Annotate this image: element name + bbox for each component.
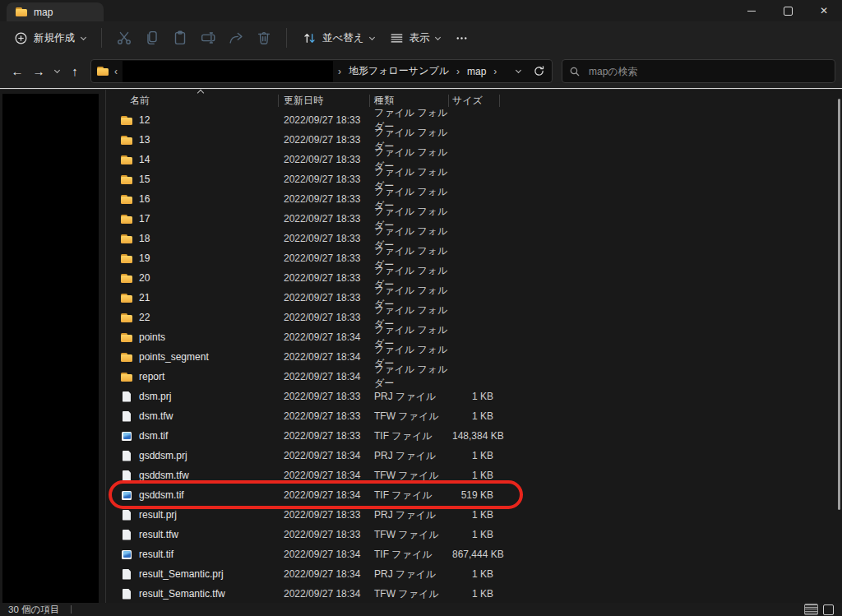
minimize-button[interactable] — [733, 0, 770, 21]
search-box[interactable] — [562, 59, 835, 83]
file-row[interactable]: 19 2022/09/27 18:33 ファイル フォルダー — [107, 248, 830, 268]
file-list: 名前 更新日時 種類 サイズ 12 2022/09/27 18:33 ファイル … — [107, 90, 830, 603]
column-header-date[interactable]: 更新日時 — [284, 94, 374, 108]
details-view-button[interactable] — [804, 604, 818, 615]
maximize-button[interactable] — [770, 0, 806, 21]
file-name: gsddsm.tif — [139, 489, 184, 501]
file-size: 1 KB — [452, 509, 493, 521]
file-type: TFW ファイル — [374, 410, 452, 424]
file-row[interactable]: gsddsm.prj 2022/09/27 18:34 PRJ ファイル 1 K… — [107, 446, 830, 465]
items-count: 30 個の項目 — [8, 604, 59, 616]
recent-locations-button[interactable] — [49, 60, 64, 83]
status-divider — [71, 605, 72, 614]
file-type-icon — [120, 449, 133, 462]
large-icons-view-button[interactable] — [823, 604, 834, 615]
close-button[interactable]: ✕ — [806, 0, 842, 21]
file-type-icon — [120, 370, 133, 383]
back-button[interactable]: ← — [7, 60, 28, 83]
file-row[interactable]: points 2022/09/27 18:34 ファイル フォルダー — [107, 327, 830, 347]
column-header-size[interactable]: サイズ — [452, 94, 493, 108]
search-input[interactable] — [587, 65, 828, 78]
column-header-row: 名前 更新日時 種類 サイズ — [107, 92, 830, 109]
folder-icon — [15, 6, 28, 19]
file-size: 1 KB — [452, 588, 493, 600]
file-date: 2022/09/27 18:33 — [284, 509, 374, 521]
file-row[interactable]: 13 2022/09/27 18:33 ファイル フォルダー — [107, 130, 830, 150]
file-type-icon — [120, 192, 133, 206]
see-more-button[interactable] — [448, 25, 476, 50]
file-row[interactable]: points_segment 2022/09/27 18:34 ファイル フォル… — [107, 347, 830, 367]
file-name: dsm.prj — [139, 391, 171, 402]
file-row[interactable]: 14 2022/09/27 18:33 ファイル フォルダー — [107, 150, 830, 169]
column-separator[interactable] — [499, 95, 500, 107]
file-size: 1 KB — [452, 529, 493, 540]
breadcrumb-separator: › — [492, 66, 498, 77]
file-name: points_segment — [139, 351, 209, 363]
address-dropdown-icon[interactable] — [515, 68, 521, 75]
file-row[interactable]: dsm.prj 2022/09/27 18:33 PRJ ファイル 1 KB — [107, 387, 830, 406]
file-type-icon — [120, 271, 133, 285]
view-button[interactable]: 表示 — [382, 25, 448, 51]
sort-button[interactable]: 並べ替え — [295, 25, 382, 51]
command-bar: 新規作成 並べ替え 表示 — [0, 21, 842, 54]
status-bar: 30 個の項目 — [0, 603, 842, 616]
file-row[interactable]: 20 2022/09/27 18:33 ファイル フォルダー — [107, 268, 830, 288]
file-row[interactable]: 15 2022/09/27 18:33 ファイル フォルダー — [107, 169, 830, 189]
paste-button[interactable] — [166, 25, 194, 50]
file-size: 519 KB — [452, 489, 493, 501]
column-separator[interactable] — [448, 95, 449, 107]
file-row[interactable]: result.tfw 2022/09/27 18:33 TFW ファイル 1 K… — [107, 525, 830, 544]
file-type-icon — [120, 232, 133, 245]
file-row[interactable]: result.prj 2022/09/27 18:33 PRJ ファイル 1 K… — [107, 505, 830, 525]
up-arrow-icon: ↑ — [72, 64, 78, 78]
forward-arrow-icon: → — [33, 64, 45, 78]
file-size: 1 KB — [452, 470, 493, 481]
close-icon: ✕ — [820, 6, 828, 16]
delete-button[interactable] — [250, 25, 278, 50]
column-header-name[interactable]: 名前 — [107, 94, 284, 108]
file-date: 2022/09/27 18:33 — [284, 272, 374, 284]
forward-button[interactable]: → — [28, 60, 49, 83]
file-type-icon — [120, 489, 133, 502]
file-row[interactable]: 12 2022/09/27 18:33 ファイル フォルダー — [107, 110, 830, 130]
file-row[interactable]: 21 2022/09/27 18:33 ファイル フォルダー — [107, 288, 830, 308]
file-row[interactable]: report 2022/09/27 18:34 ファイル フォルダー — [107, 367, 830, 387]
chevron-down-icon — [53, 68, 60, 75]
column-separator[interactable] — [369, 95, 370, 107]
file-type-icon — [120, 567, 133, 581]
explorer-tab[interactable]: map — [7, 2, 104, 21]
file-row[interactable]: result_Semantic.prj 2022/09/27 18:34 PRJ… — [107, 564, 830, 584]
cut-button[interactable] — [110, 25, 138, 50]
file-row[interactable]: 22 2022/09/27 18:33 ファイル フォルダー — [107, 308, 830, 327]
chevron-down-icon — [80, 35, 86, 41]
file-date: 2022/09/27 18:33 — [284, 292, 374, 303]
file-type-icon — [120, 469, 133, 482]
file-type-icon — [120, 252, 133, 265]
file-row[interactable]: 16 2022/09/27 18:33 ファイル フォルダー — [107, 189, 830, 209]
breadcrumb-item[interactable]: map — [465, 64, 488, 79]
content-area: 名前 更新日時 種類 サイズ 12 2022/09/27 18:33 ファイル … — [0, 90, 842, 603]
file-row[interactable]: gsddsm.tif 2022/09/27 18:34 TIF ファイル 519… — [107, 485, 830, 505]
file-row[interactable]: 18 2022/09/27 18:33 ファイル フォルダー — [107, 229, 830, 248]
file-row[interactable]: 17 2022/09/27 18:33 ファイル フォルダー — [107, 209, 830, 229]
toolbar-divider — [286, 28, 287, 48]
file-row[interactable]: result.tif 2022/09/27 18:34 TIF ファイル 867… — [107, 544, 830, 564]
file-date: 2022/09/27 18:34 — [284, 351, 374, 363]
file-name: report — [139, 371, 164, 382]
refresh-icon[interactable] — [533, 65, 545, 77]
file-row[interactable]: dsm.tfw 2022/09/27 18:33 TFW ファイル 1 KB — [107, 406, 830, 426]
file-name: 22 — [139, 312, 150, 323]
copy-button[interactable] — [138, 25, 166, 50]
up-button[interactable]: ↑ — [64, 60, 86, 83]
address-bar[interactable]: ‹ › 地形フォローサンプル › map › — [90, 59, 553, 83]
vertical-scrollbar[interactable] — [838, 99, 840, 510]
file-row[interactable]: dsm.tif 2022/09/27 18:33 TIF ファイル 148,38… — [107, 426, 830, 446]
file-row[interactable]: result_Semantic.tfw 2022/09/27 18:34 TFW… — [107, 584, 830, 604]
file-row[interactable]: gsddsm.tfw 2022/09/27 18:34 TFW ファイル 1 K… — [107, 465, 830, 485]
new-button[interactable]: 新規作成 — [7, 25, 93, 51]
breadcrumb-item[interactable]: 地形フォローサンプル — [346, 63, 451, 80]
share-button[interactable] — [222, 25, 250, 50]
file-type-icon — [120, 587, 133, 600]
column-separator[interactable] — [278, 95, 279, 107]
rename-button[interactable] — [194, 25, 222, 50]
